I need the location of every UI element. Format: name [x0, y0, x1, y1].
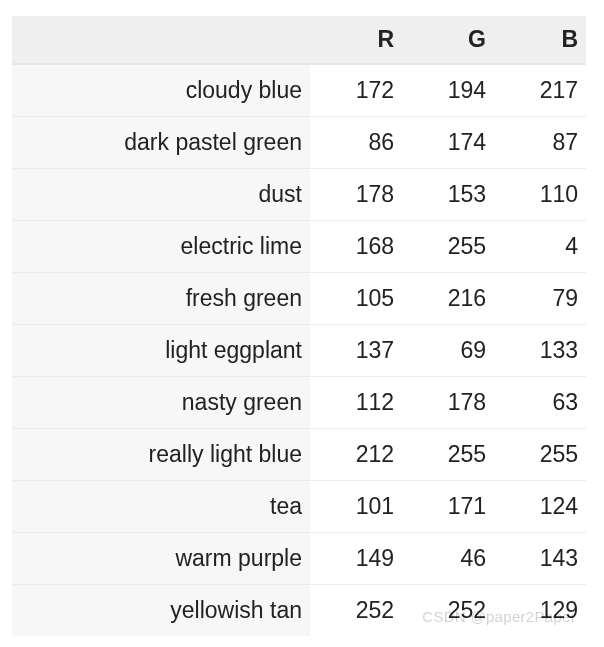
color-name: electric lime: [12, 221, 310, 273]
color-name: really light blue: [12, 429, 310, 481]
color-name: dark pastel green: [12, 117, 310, 169]
table-row: dark pastel green 86 174 87: [12, 117, 586, 169]
rgb-color-table: R G B cloudy blue 172 194 217 dark paste…: [12, 16, 586, 636]
value-r: 178: [310, 169, 402, 221]
value-b: 87: [494, 117, 586, 169]
value-b: 143: [494, 533, 586, 585]
table-row: fresh green 105 216 79: [12, 273, 586, 325]
color-name: dust: [12, 169, 310, 221]
value-b: 129: [494, 585, 586, 637]
table-row: electric lime 168 255 4: [12, 221, 586, 273]
table-row: tea 101 171 124: [12, 481, 586, 533]
value-r: 86: [310, 117, 402, 169]
table-row: light eggplant 137 69 133: [12, 325, 586, 377]
color-name: warm purple: [12, 533, 310, 585]
col-header-b: B: [494, 16, 586, 64]
value-g: 178: [402, 377, 494, 429]
value-g: 255: [402, 221, 494, 273]
value-r: 101: [310, 481, 402, 533]
color-name: cloudy blue: [12, 64, 310, 117]
value-b: 124: [494, 481, 586, 533]
value-r: 172: [310, 64, 402, 117]
table-row: dust 178 153 110: [12, 169, 586, 221]
table-row: nasty green 112 178 63: [12, 377, 586, 429]
value-r: 212: [310, 429, 402, 481]
value-b: 110: [494, 169, 586, 221]
table-row: cloudy blue 172 194 217: [12, 64, 586, 117]
value-r: 252: [310, 585, 402, 637]
value-g: 69: [402, 325, 494, 377]
value-g: 174: [402, 117, 494, 169]
color-name: yellowish tan: [12, 585, 310, 637]
value-b: 79: [494, 273, 586, 325]
col-header-r: R: [310, 16, 402, 64]
value-r: 168: [310, 221, 402, 273]
value-g: 171: [402, 481, 494, 533]
value-g: 46: [402, 533, 494, 585]
col-header-name: [12, 16, 310, 64]
value-g: 255: [402, 429, 494, 481]
value-r: 112: [310, 377, 402, 429]
table-row: really light blue 212 255 255: [12, 429, 586, 481]
value-g: 252: [402, 585, 494, 637]
color-name: nasty green: [12, 377, 310, 429]
value-r: 137: [310, 325, 402, 377]
value-b: 217: [494, 64, 586, 117]
col-header-g: G: [402, 16, 494, 64]
value-r: 149: [310, 533, 402, 585]
table-row: yellowish tan 252 252 129: [12, 585, 586, 637]
color-name: light eggplant: [12, 325, 310, 377]
value-b: 133: [494, 325, 586, 377]
value-r: 105: [310, 273, 402, 325]
value-g: 153: [402, 169, 494, 221]
value-b: 4: [494, 221, 586, 273]
value-b: 255: [494, 429, 586, 481]
table-row: warm purple 149 46 143: [12, 533, 586, 585]
value-g: 216: [402, 273, 494, 325]
color-name: tea: [12, 481, 310, 533]
color-name: fresh green: [12, 273, 310, 325]
value-b: 63: [494, 377, 586, 429]
value-g: 194: [402, 64, 494, 117]
table-header-row: R G B: [12, 16, 586, 64]
